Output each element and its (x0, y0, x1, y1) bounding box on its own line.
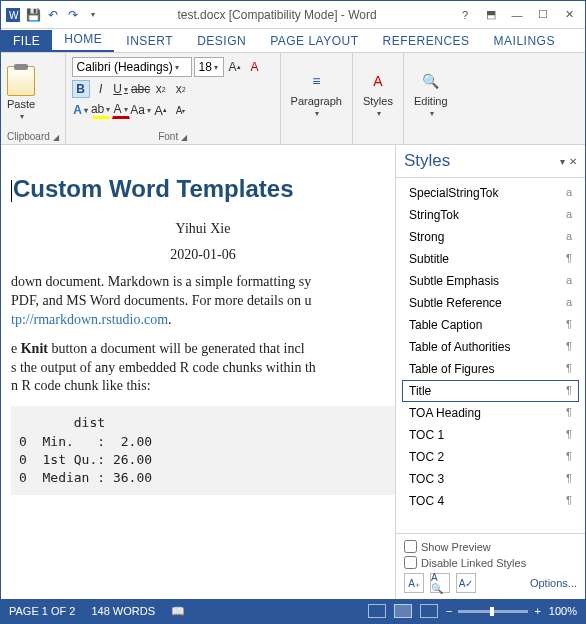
tab-page-layout[interactable]: PAGE LAYOUT (258, 30, 370, 52)
superscript-button[interactable]: x2 (172, 80, 190, 98)
tab-insert[interactable]: INSERT (114, 30, 185, 52)
clear-formatting-icon[interactable]: A (246, 58, 264, 76)
style-inspector-icon[interactable]: A🔍 (430, 573, 450, 593)
font-name-combo[interactable]: Calibri (Headings)▾ (72, 57, 192, 77)
bold-button[interactable]: B (72, 80, 90, 98)
show-preview-checkbox[interactable]: Show Preview (404, 540, 577, 553)
zoom-in-icon[interactable]: + (534, 605, 540, 617)
help-icon[interactable]: ? (453, 6, 477, 24)
pane-options-icon[interactable]: ▾ (560, 156, 565, 167)
zoom-out-icon[interactable]: − (446, 605, 452, 617)
style-item[interactable]: Subtitle¶ (402, 248, 579, 270)
tab-design[interactable]: DESIGN (185, 30, 258, 52)
style-item[interactable]: StringToka (402, 204, 579, 226)
shrink-font-button[interactable]: A▾ (172, 101, 190, 119)
style-item[interactable]: Subtle Emphasisa (402, 270, 579, 292)
disable-linked-checkbox[interactable]: Disable Linked Styles (404, 556, 577, 569)
styles-icon: A (366, 69, 390, 93)
ribbon-display-icon[interactable]: ⬒ (479, 6, 503, 24)
styles-pane-footer: Show Preview Disable Linked Styles A₊ A🔍… (396, 533, 585, 599)
chevron-down-icon: ▾ (377, 109, 381, 118)
paste-button[interactable]: Paste ▾ (7, 66, 35, 121)
style-item[interactable]: Title¶ (402, 380, 579, 402)
styles-list[interactable]: SpecialStringTokaStringTokaStrongaSubtit… (396, 178, 585, 533)
style-item[interactable]: SpecialStringToka (402, 182, 579, 204)
title-bar: W 💾 ↶ ↷ ▾ test.docx [Compatibility Mode]… (1, 1, 585, 29)
zoom-level[interactable]: 100% (549, 605, 577, 617)
close-button[interactable]: ✕ (557, 6, 581, 24)
save-icon[interactable]: 💾 (25, 7, 41, 23)
highlight-button[interactable]: ab▾ (92, 101, 110, 119)
document[interactable]: Custom Word Templates Yihui Xie 2020-01-… (1, 145, 395, 599)
font-size-combo[interactable]: 18▾ (194, 57, 224, 77)
subscript-button[interactable]: x2 (152, 80, 170, 98)
undo-icon[interactable]: ↶ (45, 7, 61, 23)
style-item[interactable]: TOC 2¶ (402, 446, 579, 468)
find-icon: 🔍 (419, 69, 443, 93)
qat-custom-icon[interactable]: ▾ (85, 7, 101, 23)
tab-references[interactable]: REFERENCES (371, 30, 482, 52)
zoom-slider[interactable]: − + (446, 605, 541, 617)
styles-pane-header: Styles ▾ ✕ (396, 145, 585, 178)
read-mode-icon[interactable] (368, 604, 386, 618)
grow-font-button[interactable]: A▴ (152, 101, 170, 119)
styles-pane: Styles ▾ ✕ SpecialStringTokaStringTokaSt… (395, 145, 585, 599)
new-style-icon[interactable]: A₊ (404, 573, 424, 593)
style-item[interactable]: Table Caption¶ (402, 314, 579, 336)
font-group-label: Font ◢ (72, 129, 274, 142)
doc-paragraph: e Knit button a document will be generat… (11, 340, 395, 397)
style-item[interactable]: Table of Authorities¶ (402, 336, 579, 358)
tab-file[interactable]: FILE (1, 30, 52, 52)
change-case-button[interactable]: Aa▾ (132, 101, 150, 119)
increase-font-icon[interactable]: A▴ (226, 58, 244, 76)
chevron-down-icon: ▾ (20, 112, 24, 121)
word-icon: W (5, 7, 21, 23)
style-item[interactable]: Stronga (402, 226, 579, 248)
paragraph-icon: ≡ (304, 69, 328, 93)
web-layout-icon[interactable] (420, 604, 438, 618)
print-layout-icon[interactable] (394, 604, 412, 618)
clipboard-group-label: Clipboard ◢ (7, 129, 59, 142)
chevron-down-icon: ▾ (315, 109, 319, 118)
tab-mailings[interactable]: MAILINGS (482, 30, 567, 52)
editing-button[interactable]: 🔍 Editing ▾ (410, 67, 452, 120)
style-item[interactable]: Subtle Referencea (402, 292, 579, 314)
strikethrough-button[interactable]: abc (132, 80, 150, 98)
window-buttons: ? ⬒ — ☐ ✕ (453, 6, 581, 24)
style-item[interactable]: Table of Figures¶ (402, 358, 579, 380)
style-item[interactable]: TOC 3¶ (402, 468, 579, 490)
window-title: test.docx [Compatibility Mode] - Word (101, 8, 453, 22)
style-item[interactable]: TOC 1¶ (402, 424, 579, 446)
font-color-button[interactable]: A▾ (112, 101, 130, 119)
paste-label: Paste (7, 98, 35, 110)
word-count[interactable]: 148 WORDS (91, 605, 155, 617)
redo-icon[interactable]: ↷ (65, 7, 81, 23)
proofing-icon[interactable]: 📖 (171, 605, 185, 618)
group-styles: A Styles ▾ (353, 53, 404, 144)
doc-link[interactable]: tp://rmarkdown.rstudio.com (11, 312, 168, 327)
svg-text:W: W (9, 10, 19, 21)
italic-button[interactable]: I (92, 80, 110, 98)
styles-button[interactable]: A Styles ▾ (359, 67, 397, 120)
styles-pane-title: Styles (404, 151, 450, 171)
paragraph-button[interactable]: ≡ Paragraph ▾ (287, 67, 346, 120)
quick-access-toolbar: W 💾 ↶ ↷ ▾ (5, 7, 101, 23)
maximize-button[interactable]: ☐ (531, 6, 555, 24)
group-paragraph: ≡ Paragraph ▾ (281, 53, 353, 144)
page-indicator[interactable]: PAGE 1 OF 2 (9, 605, 75, 617)
styles-label: Styles (363, 95, 393, 107)
doc-paragraph: down document. Markdown is a simple form… (11, 273, 395, 330)
minimize-button[interactable]: — (505, 6, 529, 24)
pane-close-icon[interactable]: ✕ (569, 156, 577, 167)
chevron-down-icon: ▾ (430, 109, 434, 118)
text-effects-button[interactable]: A▾ (72, 101, 90, 119)
style-item[interactable]: TOC 4¶ (402, 490, 579, 512)
doc-author: Yihui Xie (11, 221, 395, 237)
editing-label: Editing (414, 95, 448, 107)
manage-styles-icon[interactable]: A✓ (456, 573, 476, 593)
style-item[interactable]: TOA Heading¶ (402, 402, 579, 424)
underline-button[interactable]: U▾ (112, 80, 130, 98)
styles-options-link[interactable]: Options... (530, 577, 577, 589)
tab-home[interactable]: HOME (52, 28, 114, 52)
paste-icon (7, 66, 35, 96)
